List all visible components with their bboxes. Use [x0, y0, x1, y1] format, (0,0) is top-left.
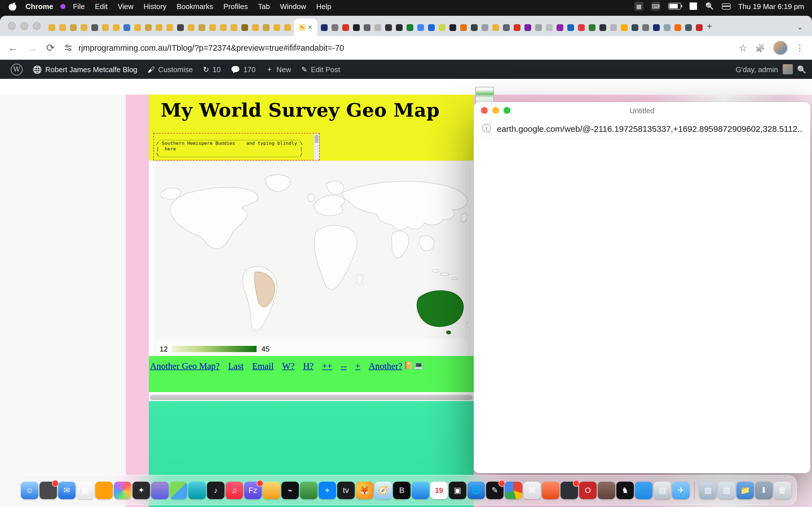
site-menu[interactable]: 🌐 Robert James Metcalfe Blog [28, 65, 142, 73]
dock-app-icon[interactable]: 🦊 [356, 482, 373, 499]
browser-tab[interactable] [437, 19, 447, 36]
dock-folder-icon[interactable]: ▥ [718, 482, 735, 499]
browser-tab[interactable] [46, 19, 57, 36]
updates-count[interactable]: 10 [213, 65, 221, 73]
browser-tab[interactable] [683, 19, 694, 36]
edit-post-label[interactable]: Edit Post [311, 65, 340, 73]
spotlight-icon[interactable]: 🔍 [705, 2, 714, 10]
browser-tab[interactable] [501, 19, 511, 36]
menubar-menu[interactable]: View [112, 2, 139, 10]
browser-tab[interactable] [164, 19, 175, 36]
dock-app-icon[interactable] [170, 482, 187, 499]
browser-tab[interactable] [361, 19, 372, 36]
menubar-app-name[interactable]: Chrome [20, 2, 58, 10]
url-text[interactable]: rjmprogramming.com.au/ITblog/?p=72374&pr… [79, 43, 344, 52]
popup-url-text[interactable]: earth.google.com/web/@-2116.197258135337… [497, 124, 802, 133]
dock-app-icon[interactable]: ▦ [77, 482, 94, 499]
browser-tab[interactable] [132, 19, 143, 36]
customise-label[interactable]: Customise [158, 65, 193, 73]
browser-tab[interactable] [426, 19, 437, 36]
wp-logo-menu[interactable]: W [6, 63, 28, 75]
dock-folder-icon[interactable]: ▧ [699, 482, 717, 499]
browser-tab[interactable] [608, 19, 619, 36]
wifi-icon[interactable]: 📶 [689, 2, 698, 10]
browser-tab[interactable] [383, 19, 394, 36]
browser-tab[interactable] [554, 19, 565, 36]
browser-tab[interactable] [282, 19, 293, 36]
browser-tab[interactable] [239, 19, 250, 36]
dock-app-icon[interactable]: ▤ [654, 482, 671, 499]
dock-app-icon[interactable]: Fz [244, 482, 262, 499]
dock-app-icon[interactable]: ▣ [449, 482, 466, 499]
site-name[interactable]: Robert James Metcalfe Blog [45, 65, 137, 73]
info-icon[interactable]: ⓘ [482, 122, 491, 134]
dock-app-icon[interactable]: ✉ [58, 482, 75, 499]
browser-tab[interactable] [619, 19, 629, 36]
browser-tab[interactable] [511, 19, 522, 36]
popup-url-row[interactable]: ⓘ earth.google.com/web/@-2116.1972581353… [474, 119, 810, 138]
browser-tab[interactable] [110, 19, 121, 36]
browser-tab[interactable] [447, 19, 458, 36]
dock-folder-icon[interactable]: ⬇ [755, 482, 772, 499]
menubar-menu[interactable]: Profiles [218, 2, 253, 10]
page-link[interactable]: H? [303, 361, 313, 371]
dock-app-icon[interactable]: O [579, 482, 597, 499]
browser-tab[interactable] [629, 19, 640, 36]
browser-tab[interactable] [415, 19, 426, 36]
browser-tab[interactable] [522, 19, 533, 36]
menubar-menu[interactable]: History [139, 2, 171, 10]
dock-app-icon[interactable]: ⌘ [523, 482, 541, 499]
browser-tab[interactable] [271, 19, 282, 36]
dock-app-icon[interactable] [114, 482, 132, 499]
browser-tab[interactable] [207, 19, 218, 36]
browser-tab[interactable] [640, 19, 651, 36]
scrollbar-thumb[interactable] [150, 395, 472, 400]
back-button[interactable]: ← [8, 43, 18, 53]
browser-tab[interactable] [544, 19, 554, 36]
extensions-icon[interactable]: 🧩 [755, 43, 765, 52]
iframe-horizontal-scrollbar[interactable] [149, 394, 474, 401]
profile-avatar[interactable] [773, 41, 788, 55]
bookmark-star-icon[interactable]: ☆ [739, 42, 748, 54]
new-label[interactable]: New [276, 65, 291, 73]
page-link[interactable]: + [355, 361, 360, 371]
browser-tab[interactable] [565, 19, 576, 36]
browser-tab[interactable] [479, 19, 490, 36]
browser-tab[interactable] [672, 19, 683, 36]
dock-app-icon[interactable]: 🌐 [467, 482, 485, 499]
menubar-extra-app2-icon[interactable]: ⌨ [651, 2, 660, 11]
browser-tab[interactable] [319, 19, 329, 36]
dock-app-icon[interactable]: ⌁ [282, 482, 299, 499]
dock-app-icon[interactable] [505, 482, 522, 499]
browser-tab[interactable] [576, 19, 587, 36]
browser-tab[interactable] [218, 19, 229, 36]
comments-count[interactable]: 170 [243, 65, 255, 73]
dock-app-icon[interactable] [598, 482, 615, 499]
minimize-window-button[interactable] [20, 22, 28, 30]
browser-tab[interactable] [372, 19, 383, 36]
browser-menu-icon[interactable]: ⋮ [796, 43, 804, 53]
browser-tab[interactable] [597, 19, 608, 36]
popup-close-button[interactable] [481, 107, 488, 114]
browser-tab[interactable] [329, 19, 340, 36]
popup-zoom-button[interactable] [504, 107, 510, 114]
page-link[interactable]: W? [282, 361, 295, 371]
new-tab-button[interactable]: + [707, 21, 712, 32]
dock-app-icon[interactable] [635, 482, 652, 499]
comments-menu[interactable]: 💬 170 [226, 65, 261, 73]
browser-tab[interactable] [469, 19, 479, 36]
browser-tab[interactable] [694, 19, 704, 36]
page-link[interactable]: Another Geo Map? [150, 361, 220, 371]
page-link[interactable]: Last [228, 361, 244, 371]
browser-tab[interactable] [57, 19, 68, 36]
close-window-button[interactable] [8, 22, 16, 30]
dock-folder-icon[interactable]: 📁 [737, 482, 754, 499]
browser-tab[interactable] [651, 19, 661, 36]
dock-app-icon[interactable]: ✈ [672, 482, 690, 499]
menubar-clock[interactable]: Thu 19 Mar 6:19 pm [738, 2, 804, 10]
dock-app-icon[interactable]: B [393, 482, 410, 499]
menubar-menu[interactable]: Help [311, 2, 336, 10]
browser-tab[interactable] [661, 19, 672, 36]
admin-avatar[interactable] [783, 64, 793, 74]
dock-app-icon[interactable]: tv [337, 482, 355, 499]
